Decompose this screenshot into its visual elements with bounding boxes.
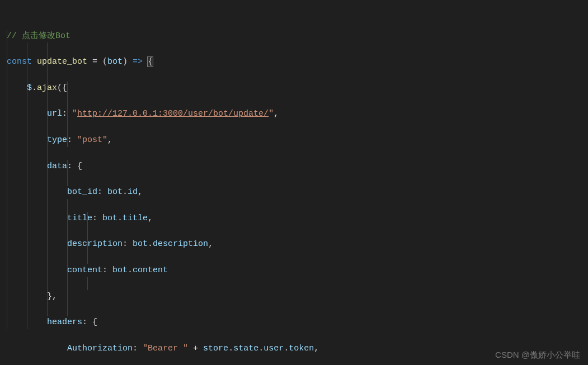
code-line: $.ajax({ [7, 82, 588, 94]
code-line: url: "http://127.0.0.1:3000/user/bot/upd… [7, 107, 588, 120]
code-line: description: bot.description, [7, 238, 588, 250]
code-line: // 点击修改Bot [7, 30, 588, 42]
brace-match-open: { [147, 56, 153, 67]
code-line: const update_bot = (bot) => { [7, 55, 588, 68]
code-editor[interactable]: // 点击修改Bot const update_bot = (bot) => {… [0, 0, 588, 365]
code-line: type: "post", [7, 134, 588, 146]
code-line: headers: { [7, 316, 588, 329]
code-line: data: { [7, 160, 588, 173]
code-line: Authorization: "Bearer " + store.state.u… [7, 342, 588, 355]
code-line: }, [7, 290, 588, 303]
code-line: title: bot.title, [7, 212, 588, 225]
code-line: bot_id: bot.id, [7, 186, 588, 198]
code-line: content: bot.content [7, 264, 588, 277]
